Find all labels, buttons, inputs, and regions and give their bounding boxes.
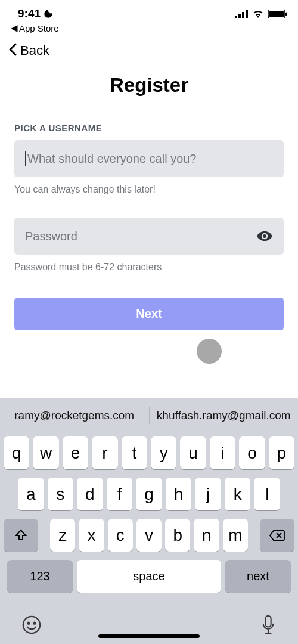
key-v[interactable]: v xyxy=(136,519,162,552)
svg-rect-5 xyxy=(269,11,284,17)
key-r[interactable]: r xyxy=(92,436,117,469)
svg-point-10 xyxy=(28,623,30,624)
status-left: 9:41 xyxy=(18,7,54,20)
back-label: Back xyxy=(20,43,49,58)
key-row-2: a s d f g h j k l xyxy=(4,478,294,510)
key-o[interactable]: o xyxy=(239,436,265,469)
key-x[interactable]: x xyxy=(79,519,104,552)
key-a[interactable]: a xyxy=(18,478,44,510)
key-w[interactable]: w xyxy=(33,436,58,469)
key-p[interactable]: p xyxy=(269,436,294,469)
do-not-disturb-icon xyxy=(43,8,54,19)
svg-rect-12 xyxy=(265,616,271,627)
suggestion-2[interactable]: khuffash.ramy@gmail.com xyxy=(150,409,299,422)
key-row-1: q w e r t y u i o p xyxy=(4,436,294,469)
emoji-icon[interactable] xyxy=(21,615,42,637)
key-n[interactable]: n xyxy=(194,519,219,552)
key-t[interactable]: t xyxy=(122,436,147,469)
status-right xyxy=(235,10,287,18)
show-password-icon[interactable] xyxy=(256,228,273,244)
svg-rect-2 xyxy=(242,12,244,18)
register-form: PICK A USERNAME You can always change th… xyxy=(0,123,298,330)
key-s[interactable]: s xyxy=(48,478,74,510)
space-key[interactable]: space xyxy=(77,560,221,593)
key-i[interactable]: i xyxy=(210,436,235,469)
key-q[interactable]: q xyxy=(4,436,29,469)
key-row-3: z x c v b n m xyxy=(4,519,294,552)
svg-rect-3 xyxy=(246,10,248,18)
numbers-key[interactable]: 123 xyxy=(7,560,73,593)
svg-rect-1 xyxy=(238,14,241,18)
key-g[interactable]: g xyxy=(136,478,162,510)
cellular-signal-icon xyxy=(235,10,248,18)
page-title: Register xyxy=(0,74,298,97)
svg-rect-6 xyxy=(285,12,287,16)
username-label: PICK A USERNAME xyxy=(14,123,284,133)
key-m[interactable]: m xyxy=(223,519,248,552)
home-indicator[interactable] xyxy=(98,634,200,638)
battery-icon xyxy=(268,10,287,18)
back-triangle-icon: ◀ xyxy=(11,23,18,33)
app-store-back-link[interactable]: ◀ App Store xyxy=(0,21,298,37)
key-k[interactable]: k xyxy=(225,478,251,510)
svg-point-9 xyxy=(23,617,40,633)
username-input-wrap[interactable] xyxy=(14,140,284,177)
wifi-icon xyxy=(252,10,264,18)
username-helper: You can always change this later! xyxy=(14,184,284,195)
delete-key[interactable] xyxy=(260,519,294,552)
key-h[interactable]: h xyxy=(166,478,192,510)
key-d[interactable]: d xyxy=(77,478,103,510)
keyboard-suggestions: ramy@rocketgems.com khuffash.ramy@gmail.… xyxy=(0,398,298,433)
key-f[interactable]: f xyxy=(107,478,133,510)
password-input[interactable] xyxy=(25,230,256,243)
microphone-icon[interactable] xyxy=(260,614,277,638)
touch-indicator xyxy=(197,339,222,364)
shift-key[interactable] xyxy=(4,519,38,552)
svg-point-11 xyxy=(34,623,36,624)
keyboard-next-key[interactable]: next xyxy=(225,560,291,593)
status-time: 9:41 xyxy=(18,7,41,20)
password-helper: Password must be 6-72 characters xyxy=(14,262,284,273)
status-bar: 9:41 xyxy=(0,0,298,21)
suggestion-1[interactable]: ramy@rocketgems.com xyxy=(0,409,149,422)
key-u[interactable]: u xyxy=(180,436,206,469)
svg-rect-0 xyxy=(235,16,237,18)
keyboard: ramy@rocketgems.com khuffash.ramy@gmail.… xyxy=(0,398,298,644)
back-button[interactable]: Back xyxy=(0,37,298,63)
key-z[interactable]: z xyxy=(50,519,75,552)
text-cursor xyxy=(25,151,26,166)
key-j[interactable]: j xyxy=(195,478,221,510)
key-c[interactable]: c xyxy=(108,519,133,552)
key-b[interactable]: b xyxy=(165,519,190,552)
chevron-left-icon xyxy=(8,43,18,58)
key-e[interactable]: e xyxy=(63,436,88,469)
next-button[interactable]: Next xyxy=(14,298,284,330)
password-input-wrap[interactable] xyxy=(14,218,284,255)
key-row-bottom: 123 space next xyxy=(4,560,294,597)
key-l[interactable]: l xyxy=(254,478,280,510)
username-input[interactable] xyxy=(25,152,273,166)
key-y[interactable]: y xyxy=(151,436,176,469)
app-store-label: App Store xyxy=(19,23,59,33)
